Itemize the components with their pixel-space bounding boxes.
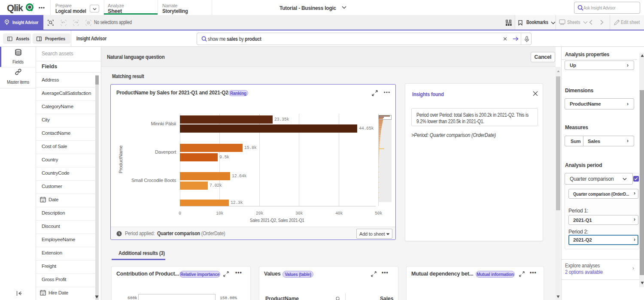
svg-text:12: 12 bbox=[41, 200, 44, 202]
svg-text:12: 12 bbox=[41, 293, 44, 295]
